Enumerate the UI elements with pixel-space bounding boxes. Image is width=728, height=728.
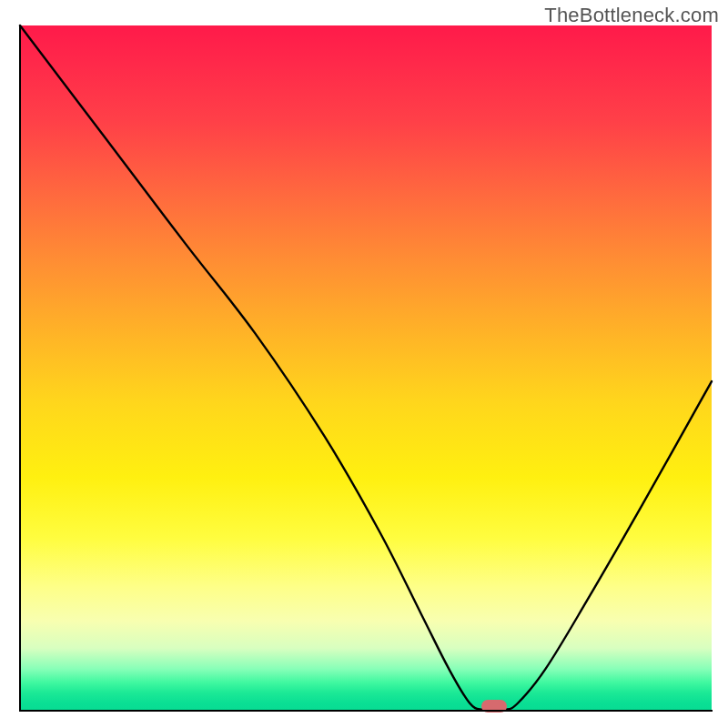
y-axis [19,25,21,712]
x-axis [19,710,713,712]
plot-area [20,25,712,710]
watermark-label: TheBottleneck.com [544,4,719,27]
bottleneck-chart: TheBottleneck.com [0,0,728,728]
bottleneck-curve [20,25,712,710]
